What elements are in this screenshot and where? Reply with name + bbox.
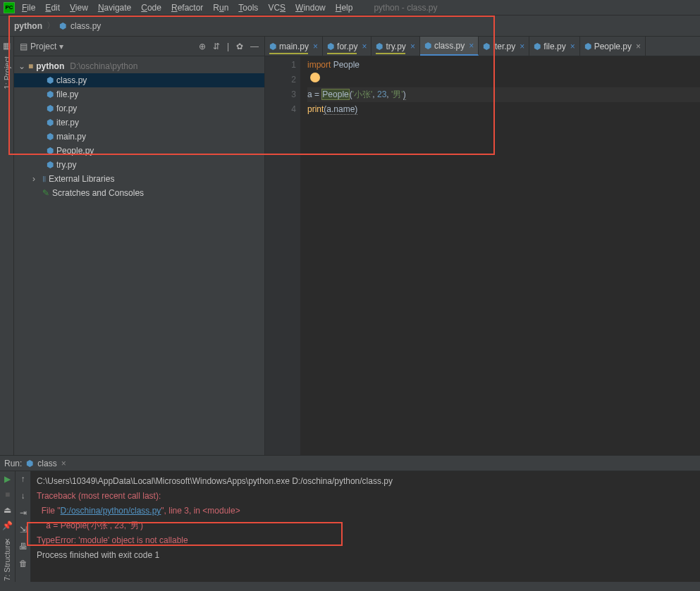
menu-vcs[interactable]: VCS (268, 3, 285, 13)
close-icon[interactable]: × (362, 42, 367, 51)
chevron-right-icon[interactable]: › (32, 174, 39, 184)
tree-external[interactable]: ›⫴External Libraries (14, 172, 264, 186)
code-line-3[interactable]: a = People('小张', 23, '男') (307, 87, 700, 102)
console-line: File "D:/oschina/python/class.py", line … (37, 504, 694, 518)
tab-file[interactable]: ⬢file.py× (529, 37, 579, 56)
project-tool-label[interactable]: 1: Project (3, 56, 11, 89)
project-tree: ⌄ ■ python D:\oschina\python ⬢class.py ⬢… (14, 56, 264, 203)
python-file-icon: ⬢ (47, 160, 54, 170)
tree-file-iter[interactable]: ⬢iter.py (14, 116, 264, 130)
exit-icon[interactable]: ⏏ (4, 505, 11, 515)
soft-wrap-icon[interactable]: ⇥ (20, 508, 27, 518)
code-line-4[interactable]: print(a.name) (307, 102, 700, 117)
editor-area[interactable]: 1 2 3 4 import People a = People('小张', 2… (265, 56, 700, 455)
locate-icon[interactable]: ⊕ (199, 42, 206, 51)
sidebar-title[interactable]: Project (30, 42, 56, 51)
console-line: Process finished with exit code 1 (37, 548, 694, 563)
breadcrumb-file[interactable]: class.py (70, 21, 101, 31)
close-icon[interactable]: × (410, 42, 415, 51)
menu-run[interactable]: Run (213, 3, 228, 13)
tab-class[interactable]: ⬢class.py× (420, 37, 479, 56)
run-tools-right: ↑ ↓ ⇥ ⇲ 🖶 🗑 (16, 471, 31, 582)
root-name: python (36, 61, 64, 71)
editor: ⬢main.py× ⬢for.py× ⬢try.py× ⬢class.py× ⬢… (265, 37, 700, 455)
python-file-icon: ⬢ (59, 21, 66, 31)
up-icon[interactable]: ↑ (21, 474, 25, 484)
python-file-icon: ⬢ (47, 118, 54, 127)
titlebar: PC File Edit View Navigate Code Refactor… (0, 0, 700, 15)
run-body: ▶ ■ ⏏ 📌 × ↑ ↓ ⇥ ⇲ 🖶 🗑 C:\Users\10349\App… (0, 471, 700, 582)
trash-icon[interactable]: 🗑 (19, 559, 27, 568)
python-file-icon: ⬢ (534, 42, 541, 51)
run-header: Run: ⬢ class × (0, 456, 700, 471)
tab-for[interactable]: ⬢for.py× (323, 37, 372, 56)
menu-code[interactable]: Code (141, 3, 161, 13)
stop-icon[interactable]: ■ (5, 490, 10, 499)
chevron-right-icon: 〉 (47, 20, 55, 32)
python-file-icon: ⬢ (47, 104, 54, 113)
python-file-icon: ⬢ (26, 459, 33, 468)
structure-tool-label[interactable]: 7: Structure (0, 538, 14, 584)
project-view-icon[interactable]: ▤ (20, 42, 27, 51)
print-icon[interactable]: 🖶 (19, 542, 27, 552)
python-file-icon: ⬢ (483, 42, 490, 51)
menu-view[interactable]: View (70, 3, 88, 13)
chevron-down-icon[interactable]: ⌄ (18, 61, 25, 71)
breadcrumb-project[interactable]: python (14, 21, 42, 31)
tree-file-class[interactable]: ⬢class.py (14, 73, 264, 87)
tab-main[interactable]: ⬢main.py× (265, 37, 323, 56)
collapse-icon[interactable]: — (250, 42, 259, 51)
down-icon[interactable]: ↓ (21, 491, 25, 501)
tree-file-main[interactable]: ⬢main.py (14, 130, 264, 144)
console-output[interactable]: C:\Users\10349\AppData\Local\Microsoft\W… (31, 471, 700, 582)
pin-icon[interactable]: 📌 (2, 521, 13, 530)
close-icon[interactable]: × (61, 459, 66, 468)
project-tool-icon[interactable]: ▦ (3, 41, 11, 51)
file-link[interactable]: D:/oschina/python/class.py (61, 506, 161, 516)
menu-file[interactable]: File (22, 3, 35, 13)
dropdown-icon[interactable]: ▾ (59, 42, 63, 51)
library-icon: ⫴ (42, 174, 46, 184)
menu-refactor[interactable]: Refactor (171, 3, 203, 13)
menu-edit[interactable]: Edit (45, 3, 60, 13)
divider-icon: | (227, 42, 229, 51)
tab-try[interactable]: ⬢try.py× (372, 37, 419, 56)
tree-file-file[interactable]: ⬢file.py (14, 87, 264, 101)
editor-tabs: ⬢main.py× ⬢for.py× ⬢try.py× ⬢class.py× ⬢… (265, 37, 700, 56)
tree-scratches[interactable]: ✎Scratches and Consoles (14, 186, 264, 200)
line-gutter: 1 2 3 4 (265, 56, 300, 455)
menu-tools[interactable]: Tools (238, 3, 258, 13)
menu-navigate[interactable]: Navigate (98, 3, 131, 13)
run-config[interactable]: class (37, 459, 56, 468)
tree-file-people[interactable]: ⬢People.py (14, 144, 264, 158)
console-line: Traceback (most recent call last): (37, 489, 694, 504)
console-line: TypeError: 'module' object is not callab… (37, 533, 694, 548)
python-file-icon: ⬢ (269, 42, 276, 51)
tab-iter[interactable]: ⬢iter.py× (479, 37, 529, 56)
code-line-2[interactable] (307, 73, 700, 87)
main-menu: File Edit View Navigate Code Refactor Ru… (18, 3, 352, 13)
tab-people[interactable]: ⬢People.py× (580, 37, 646, 56)
tree-file-for[interactable]: ⬢for.py (14, 101, 264, 116)
close-icon[interactable]: × (636, 42, 641, 51)
lightbulb-icon[interactable] (310, 73, 320, 82)
menu-help[interactable]: Help (336, 3, 353, 13)
tree-file-try[interactable]: ⬢try.py (14, 158, 264, 172)
rerun-icon[interactable]: ▶ (4, 474, 11, 484)
python-file-icon: ⬢ (327, 42, 334, 51)
scroll-icon[interactable]: ⇲ (20, 525, 27, 535)
menu-window[interactable]: Window (295, 3, 326, 13)
tree-root[interactable]: ⌄ ■ python D:\oschina\python (14, 59, 264, 73)
root-path: D:\oschina\python (70, 61, 137, 71)
breadcrumb: python 〉 ⬢ class.py (0, 15, 700, 37)
expand-icon[interactable]: ⇵ (213, 42, 220, 51)
code-line-1[interactable]: import People (307, 58, 700, 73)
close-icon[interactable]: × (313, 42, 318, 51)
close-icon[interactable]: × (469, 41, 474, 51)
code-content[interactable]: import People a = People('小张', 23, '男') … (300, 56, 700, 455)
gear-icon[interactable]: ✿ (236, 42, 243, 51)
python-file-icon: ⬢ (47, 132, 54, 142)
run-panel: Run: ⬢ class × ▶ ■ ⏏ 📌 × ↑ ↓ ⇥ ⇲ 🖶 🗑 C:\… (0, 455, 700, 582)
close-icon[interactable]: × (570, 42, 575, 51)
close-icon[interactable]: × (520, 42, 524, 51)
